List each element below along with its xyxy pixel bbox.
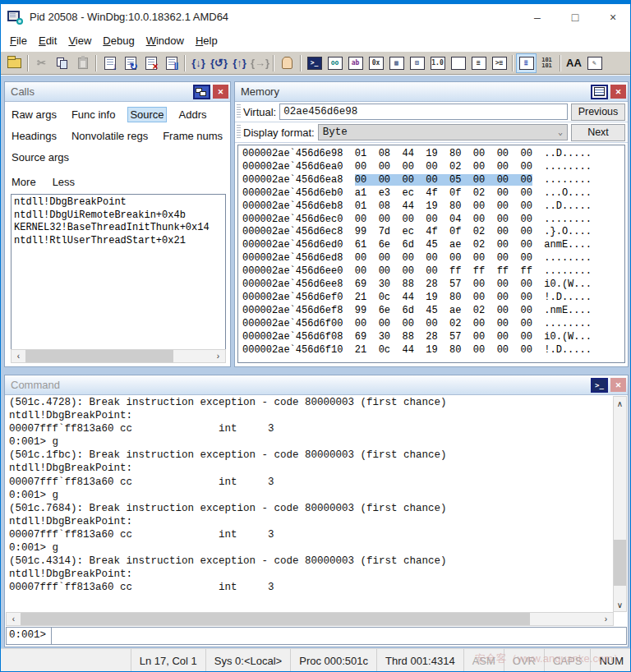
- calls-option-frame-nums[interactable]: Frame nums: [161, 129, 224, 143]
- display-format-select[interactable]: Byte ⌄: [318, 124, 568, 140]
- open-source-file-icon[interactable]: [4, 53, 25, 73]
- copy-icon[interactable]: [52, 53, 72, 73]
- scrollbar-thumb[interactable]: [25, 350, 173, 362]
- calls-option-func-info[interactable]: Func info: [70, 108, 117, 122]
- step-out-icon[interactable]: {↑}: [229, 53, 250, 73]
- insert-remove-breakpoint-icon[interactable]: [277, 53, 297, 73]
- disassembly-window-icon[interactable]: 1.0: [427, 53, 448, 73]
- memory-row[interactable]: 000002ae`456d6e98 01 08 44 19 80 00 00 0…: [242, 148, 624, 161]
- calls-options: Raw argsFunc infoSourceAddrsHeadingsNonv…: [5, 102, 230, 168]
- break-icon[interactable]: ‖: [161, 53, 182, 73]
- paste-icon[interactable]: [72, 53, 93, 73]
- scrollbar-thumb[interactable]: [21, 613, 530, 625]
- calls-horizontal-scrollbar[interactable]: ‹ ›: [11, 349, 226, 363]
- scroll-right-icon[interactable]: ›: [599, 613, 613, 625]
- memory-window-icon[interactable]: ▦: [386, 53, 407, 73]
- calls-option-source-args[interactable]: Source args: [10, 150, 71, 164]
- memory-row[interactable]: 000002ae`456d6ed0 61 6e 6d 45 ae 02 00 0…: [242, 239, 624, 252]
- memory-row[interactable]: 000002ae`456d6ec0 00 00 00 00 04 00 00 0…: [242, 214, 624, 227]
- scroll-left-icon[interactable]: ‹: [7, 613, 21, 625]
- watch-window-icon[interactable]: oo: [325, 53, 345, 73]
- command-close-icon[interactable]: ✕: [610, 378, 626, 392]
- calls-option-raw-args[interactable]: Raw args: [10, 108, 58, 122]
- close-button[interactable]: ×: [594, 5, 631, 29]
- call-stack-frame[interactable]: ntdll!RtlUserThreadStart+0x21: [14, 235, 225, 248]
- memory-panel: Memory ✕ Virtual: Previous Display forma…: [234, 81, 629, 367]
- command-vertical-scrollbar[interactable]: ∧ ∨: [613, 396, 627, 612]
- command-browser-icon[interactable]: >≡: [489, 53, 509, 73]
- memory-row[interactable]: 000002ae`456d6ea0 00 00 00 00 02 00 00 0…: [242, 161, 624, 174]
- status-proc: Proc 000:501c: [290, 649, 376, 672]
- scroll-left-icon[interactable]: ‹: [12, 350, 25, 362]
- calls-close-icon[interactable]: ✕: [213, 85, 228, 99]
- scratch-pad-icon[interactable]: [448, 53, 468, 73]
- calls-window-icon[interactable]: ⊞: [407, 53, 427, 73]
- menu-item-file[interactable]: File: [4, 31, 33, 50]
- memory-row[interactable]: 000002ae`456d6ea8 00 00 00 00 05 00 00 0…: [242, 174, 624, 187]
- command-output[interactable]: (501c.4728): Break instruction exception…: [6, 396, 614, 612]
- calls-option-source[interactable]: Source: [128, 108, 165, 122]
- font-icon[interactable]: AA: [564, 53, 584, 73]
- memory-row[interactable]: 000002ae`456d6eb0 a1 e3 ec 4f 0f 02 00 0…: [242, 187, 624, 200]
- options-icon[interactable]: ✎: [584, 53, 605, 73]
- memory-panel-titlebar[interactable]: Memory ✕: [235, 82, 628, 102]
- command-dock-icon[interactable]: >_: [591, 378, 608, 393]
- calls-option-more[interactable]: More: [10, 175, 38, 189]
- step-over-icon[interactable]: {↺}: [209, 53, 229, 73]
- call-stack-frame[interactable]: ntdll!DbgBreakPoint: [14, 196, 225, 209]
- memory-row[interactable]: 000002ae`456d6f10 21 0c 44 19 80 00 00 0…: [242, 344, 624, 357]
- command-window-icon[interactable]: >_: [304, 53, 325, 73]
- restart-icon[interactable]: ↻: [120, 53, 140, 73]
- registers-window-icon[interactable]: 0x: [366, 53, 386, 73]
- virtual-address-input[interactable]: [279, 104, 568, 120]
- locals-window-icon[interactable]: ab: [345, 53, 366, 73]
- step-into-icon[interactable]: {↓}: [188, 53, 209, 73]
- menu-item-debug[interactable]: Debug: [97, 31, 140, 50]
- call-stack-frame[interactable]: ntdll!DbgUiRemoteBreakin+0x4b: [14, 209, 225, 223]
- maximize-button[interactable]: □: [556, 5, 594, 29]
- minimize-button[interactable]: –: [518, 5, 556, 29]
- stop-debugging-icon[interactable]: ×: [140, 53, 161, 73]
- calls-option-addrs[interactable]: Addrs: [177, 108, 209, 122]
- memory-row[interactable]: 000002ae`456d6ee8 69 30 88 28 57 00 00 0…: [242, 278, 624, 292]
- memory-row[interactable]: 000002ae`456d6ee0 00 00 00 00 ff ff ff f…: [242, 265, 624, 278]
- cut-icon[interactable]: ✂: [31, 53, 52, 73]
- menu-item-window[interactable]: Window: [140, 31, 190, 50]
- scrollbar-thumb[interactable]: [614, 540, 626, 586]
- calls-panel-titlebar[interactable]: Calls ✕: [5, 82, 230, 102]
- next-button[interactable]: Next: [571, 124, 625, 141]
- source-mode-on-icon[interactable]: ≣: [516, 53, 537, 73]
- source-mode-off-icon[interactable]: 101101: [537, 53, 557, 73]
- memory-hex-dump[interactable]: 000002ae`456d6e98 01 08 44 19 80 00 00 0…: [237, 145, 625, 363]
- memory-row[interactable]: 000002ae`456d6ef8 99 6e 6d 45 ae 02 00 0…: [242, 305, 624, 318]
- command-input[interactable]: [52, 627, 627, 645]
- memory-dock-icon[interactable]: [591, 85, 608, 99]
- run-to-cursor-icon[interactable]: {→}: [250, 53, 270, 73]
- previous-button[interactable]: Previous: [571, 104, 625, 121]
- call-stack-list[interactable]: ntdll!DbgBreakPointntdll!DbgUiRemoteBrea…: [11, 194, 226, 350]
- command-horizontal-scrollbar[interactable]: ‹ ›: [6, 612, 614, 626]
- scroll-right-icon[interactable]: ›: [211, 350, 225, 362]
- go-icon[interactable]: ↓: [99, 53, 120, 73]
- memory-row[interactable]: 000002ae`456d6eb8 01 08 44 19 80 00 00 0…: [242, 200, 624, 214]
- memory-row[interactable]: 000002ae`456d6f08 69 30 88 28 57 00 00 0…: [242, 331, 624, 344]
- windbg-app-icon: [7, 11, 22, 23]
- command-panel-titlebar[interactable]: Command >_ ✕: [5, 375, 628, 395]
- status-bar: Ln 17, Col 1Sys 0:<Local>Proc 000:501cTh…: [1, 648, 631, 672]
- scroll-down-icon[interactable]: ∨: [614, 598, 626, 611]
- calls-option-less[interactable]: Less: [51, 175, 76, 189]
- calls-dock-icon[interactable]: [193, 85, 210, 99]
- menu-item-view[interactable]: View: [62, 31, 97, 50]
- menu-item-help[interactable]: Help: [190, 31, 223, 50]
- menu-item-edit[interactable]: Edit: [33, 31, 62, 50]
- memory-row[interactable]: 000002ae`456d6ed8 00 00 00 00 00 00 00 0…: [242, 252, 624, 265]
- calls-option-nonvolatile-regs[interactable]: Nonvolatile regs: [70, 129, 150, 143]
- memory-row[interactable]: 000002ae`456d6ec8 99 7d ec 4f 0f 02 00 0…: [242, 226, 624, 239]
- scroll-up-icon[interactable]: ∧: [614, 397, 626, 410]
- memory-row[interactable]: 000002ae`456d6ef0 21 0c 44 19 80 00 00 0…: [242, 292, 624, 305]
- memory-close-icon[interactable]: ✕: [610, 85, 626, 99]
- memory-row[interactable]: 000002ae`456d6f00 00 00 00 00 02 00 00 0…: [242, 318, 624, 331]
- calls-option-headings[interactable]: Headings: [10, 129, 58, 143]
- call-stack-frame[interactable]: KERNEL32!BaseThreadInitThunk+0x14: [14, 222, 225, 235]
- processes-window-icon[interactable]: ≡: [468, 53, 489, 73]
